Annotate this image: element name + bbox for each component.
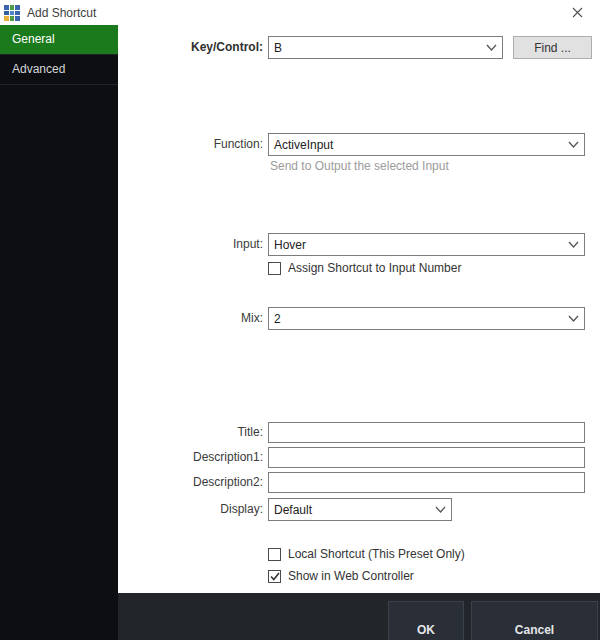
- sidebar: General Advanced: [0, 25, 118, 640]
- chevron-down-icon: [486, 44, 497, 52]
- assign-shortcut-checkbox[interactable]: [268, 262, 281, 275]
- description2-label: Description2:: [118, 475, 263, 489]
- web-controller-checkbox[interactable]: [268, 570, 281, 583]
- web-controller-label: Show in Web Controller: [288, 569, 414, 583]
- sidebar-item-advanced[interactable]: Advanced: [0, 55, 118, 85]
- display-label: Display:: [118, 502, 263, 516]
- chevron-down-icon: [435, 506, 446, 514]
- key-control-label: Key/Control:: [118, 40, 263, 54]
- function-value: ActiveInput: [274, 138, 333, 152]
- display-dropdown[interactable]: Default: [268, 498, 452, 521]
- local-shortcut-checkbox[interactable]: [268, 548, 281, 561]
- assign-shortcut-label: Assign Shortcut to Input Number: [288, 261, 461, 275]
- footer-bar: OK Cancel: [118, 593, 600, 640]
- display-value: Default: [274, 503, 312, 517]
- assign-shortcut-checkbox-row[interactable]: Assign Shortcut to Input Number: [268, 261, 461, 275]
- description1-input[interactable]: [268, 447, 585, 468]
- web-controller-checkbox-row[interactable]: Show in Web Controller: [268, 569, 414, 583]
- mix-label: Mix:: [118, 311, 263, 325]
- find-button[interactable]: Find ...: [513, 36, 592, 59]
- add-shortcut-dialog: Add Shortcut General Advanced Key/Contro…: [0, 0, 600, 640]
- mix-value: 2: [274, 312, 281, 326]
- input-value: Hover: [274, 238, 306, 252]
- input-dropdown[interactable]: Hover: [268, 233, 585, 256]
- cancel-button[interactable]: Cancel: [471, 601, 598, 640]
- titlebar: Add Shortcut: [0, 0, 600, 25]
- key-control-value: B: [274, 41, 282, 55]
- check-icon: [270, 572, 280, 581]
- chevron-down-icon: [568, 315, 579, 323]
- general-tab-panel: Key/Control: B Find ... Function: Active…: [118, 25, 600, 593]
- window-title: Add Shortcut: [27, 6, 96, 20]
- description1-label: Description1:: [118, 450, 263, 464]
- local-shortcut-label: Local Shortcut (This Preset Only): [288, 547, 465, 561]
- close-button[interactable]: [560, 0, 594, 25]
- description2-input[interactable]: [268, 472, 585, 493]
- mix-dropdown[interactable]: 2: [268, 307, 585, 330]
- app-grid-icon: [4, 5, 20, 21]
- title-label: Title:: [118, 425, 263, 439]
- chevron-down-icon: [568, 241, 579, 249]
- sidebar-item-general[interactable]: General: [0, 25, 118, 55]
- ok-button[interactable]: OK: [388, 601, 464, 640]
- local-shortcut-checkbox-row[interactable]: Local Shortcut (This Preset Only): [268, 547, 465, 561]
- input-label: Input:: [118, 237, 263, 251]
- close-icon: [572, 7, 583, 18]
- chevron-down-icon: [568, 141, 579, 149]
- title-input[interactable]: [268, 422, 585, 443]
- function-dropdown[interactable]: ActiveInput: [268, 133, 585, 156]
- function-description: Send to Output the selected Input: [270, 159, 449, 173]
- key-control-dropdown[interactable]: B: [268, 36, 503, 59]
- function-label: Function:: [118, 137, 263, 151]
